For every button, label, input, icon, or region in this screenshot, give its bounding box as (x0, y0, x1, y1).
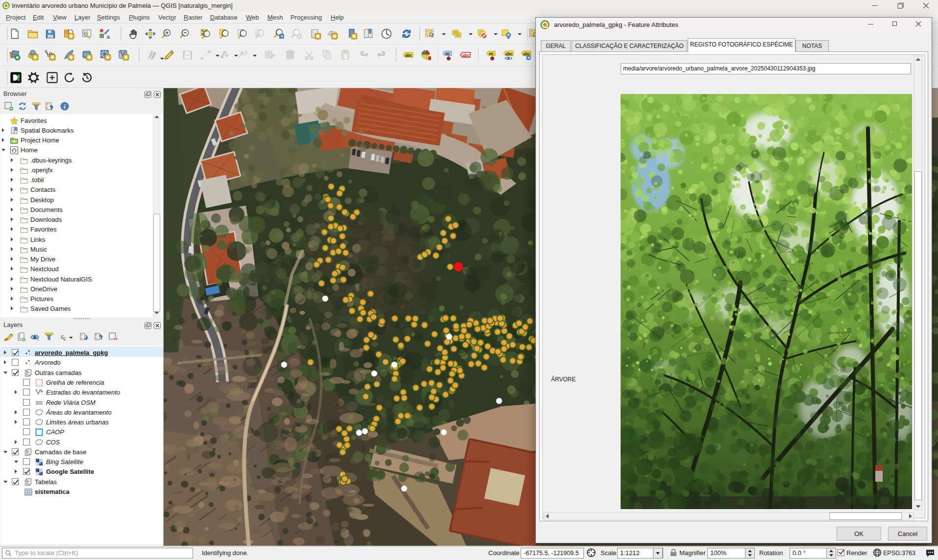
svg-text:1:1: 1:1 (259, 32, 263, 35)
svg-text:ab: ab (489, 51, 493, 56)
svg-text:a: a (107, 34, 110, 40)
svg-text:abc: abc (405, 53, 412, 58)
svg-text:ab: ab (445, 51, 450, 56)
svg-text:abc: abc (505, 51, 513, 56)
svg-text:ε: ε (61, 332, 64, 340)
svg-text:abc: abc (523, 51, 530, 56)
svg-text:abc: abc (462, 53, 470, 58)
